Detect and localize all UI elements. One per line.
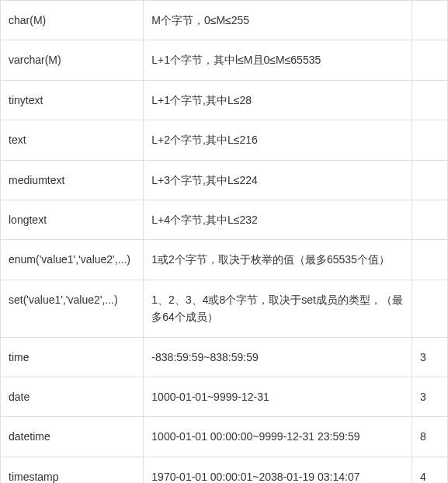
cell-desc: L+1个字节，其中l≤M且0≤M≤65535 [144, 40, 412, 80]
cell-size [412, 40, 447, 80]
cell-size [412, 240, 447, 280]
cell-desc: L+4个字节,其中L≤232 [144, 200, 412, 239]
cell-type: enum('value1','value2',...) [1, 240, 144, 280]
cell-size: 8 [412, 417, 447, 457]
table-row: date 1000-01-01~9999-12-31 3 [1, 377, 448, 416]
table-row: time -838:59:59~838:59:59 3 [1, 337, 448, 377]
cell-type: char(M) [1, 1, 144, 40]
cell-size [412, 1, 447, 40]
cell-size: 4 [412, 457, 447, 483]
table-body: char(M) M个字节，0≤M≤255 varchar(M) L+1个字节，其… [1, 1, 448, 484]
cell-desc: M个字节，0≤M≤255 [144, 1, 412, 40]
cell-type: set('value1','value2',...) [1, 280, 144, 337]
table-row: mediumtext L+3个字节,其中L≤224 [1, 160, 448, 200]
cell-desc: L+3个字节,其中L≤224 [144, 160, 412, 200]
cell-size [412, 80, 447, 120]
cell-desc: 1000-01-01 00:00:00~9999-12-31 23:59:59 [144, 417, 412, 457]
data-types-table: char(M) M个字节，0≤M≤255 varchar(M) L+1个字节，其… [0, 0, 448, 483]
cell-desc: 1或2个字节，取决于枚举的值（最多65535个值） [144, 240, 412, 280]
cell-type: timestamp [1, 457, 144, 483]
cell-size [412, 160, 447, 200]
cell-desc: 1、2、3、4或8个字节，取决于set成员的类型，（最多64个成员） [144, 280, 412, 337]
cell-desc: 1000-01-01~9999-12-31 [144, 377, 412, 416]
cell-size [412, 280, 447, 337]
table-row: enum('value1','value2',...) 1或2个字节，取决于枚举… [1, 240, 448, 280]
cell-desc: L+2个字节,其中L≤216 [144, 120, 412, 160]
cell-type: date [1, 377, 144, 416]
cell-type: tinytext [1, 80, 144, 120]
table-row: varchar(M) L+1个字节，其中l≤M且0≤M≤65535 [1, 40, 448, 80]
cell-type: text [1, 120, 144, 160]
cell-type: varchar(M) [1, 40, 144, 80]
cell-size: 3 [412, 377, 447, 416]
cell-type: time [1, 337, 144, 377]
table-row: datetime 1000-01-01 00:00:00~9999-12-31 … [1, 417, 448, 457]
table-row: text L+2个字节,其中L≤216 [1, 120, 448, 160]
cell-type: longtext [1, 200, 144, 239]
cell-size [412, 200, 447, 239]
cell-size [412, 120, 447, 160]
cell-desc: -838:59:59~838:59:59 [144, 337, 412, 377]
table-row: longtext L+4个字节,其中L≤232 [1, 200, 448, 239]
table-row: tinytext L+1个字节,其中L≤28 [1, 80, 448, 120]
cell-type: mediumtext [1, 160, 144, 200]
cell-type: datetime [1, 417, 144, 457]
cell-size: 3 [412, 337, 447, 377]
cell-desc: L+1个字节,其中L≤28 [144, 80, 412, 120]
table-row: char(M) M个字节，0≤M≤255 [1, 1, 448, 40]
table-row: set('value1','value2',...) 1、2、3、4或8个字节，… [1, 280, 448, 337]
cell-desc: 1970-01-01 00:00:01~2038-01-19 03:14:07 [144, 457, 412, 483]
table-row: timestamp 1970-01-01 00:00:01~2038-01-19… [1, 457, 448, 483]
